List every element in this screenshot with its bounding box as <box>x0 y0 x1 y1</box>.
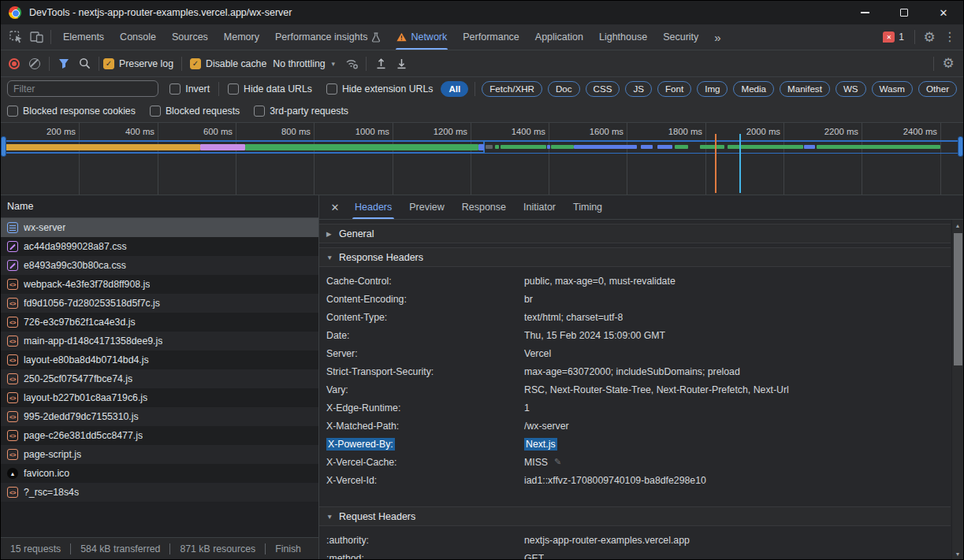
type-pill-manifest[interactable]: Manifest <box>780 81 830 97</box>
header-value: /wx-server <box>524 421 569 432</box>
section-header-general[interactable]: ▶General <box>319 224 951 243</box>
close-details-icon[interactable]: ✕ <box>324 195 346 219</box>
request-row-webpack-4e3fe3f78d8ff908-js[interactable]: <>webpack-4e3fe3f78d8ff908.js <box>1 275 318 294</box>
hide-extension-urls-checkbox[interactable]: Hide extension URLs <box>326 83 434 95</box>
preserve-log-checkbox[interactable]: ✓ Preserve log <box>103 58 173 69</box>
edit-pencil-icon[interactable]: ✎ <box>554 457 561 467</box>
type-pill-doc[interactable]: Doc <box>548 81 580 97</box>
third-party-requests-checkbox[interactable]: 3rd-party requests <box>254 106 348 117</box>
main-tabs: ElementsConsoleSourcesMemoryPerformance … <box>55 24 706 50</box>
divider <box>70 543 71 554</box>
disable-cache-checkbox[interactable]: ✓ Disable cache <box>190 58 266 69</box>
settings-gear-icon[interactable]: ⚙ <box>919 27 940 47</box>
detail-tab-headers[interactable]: Headers <box>346 195 400 219</box>
filter-input[interactable] <box>7 80 158 97</box>
network-settings-gear-icon[interactable]: ⚙ <box>938 54 958 74</box>
request-row-wx-server[interactable]: wx-server <box>1 218 318 237</box>
section-header-response-headers[interactable]: ▼Response Headers <box>319 247 951 267</box>
tab-label: Performance <box>463 32 519 43</box>
header-key: X-Edge-Runtime: <box>326 402 400 414</box>
details-scrollbar[interactable]: ▲ ▼ <box>951 220 963 559</box>
type-pill-css[interactable]: CSS <box>586 81 620 97</box>
request-row-ac44da9899028a87-css[interactable]: ac44da9899028a87.css <box>1 237 318 256</box>
timeline-tick-label: 1800 ms <box>642 127 702 136</box>
scrollbar-down-icon[interactable]: ▼ <box>952 548 963 559</box>
requests-pane: Name wx-serverac44da9899028a87.csse8493a… <box>1 195 319 559</box>
tab-performance[interactable]: Performance <box>455 24 527 50</box>
request-row-fd9d1056-7d280253518d5f7c-js[interactable]: <>fd9d1056-7d280253518d5f7c.js <box>1 294 318 313</box>
blocked-requests-checkbox[interactable]: Blocked requests <box>150 106 240 117</box>
error-badge-icon[interactable]: ✕ <box>883 32 895 43</box>
more-tabs-button[interactable]: » <box>706 27 728 47</box>
request-row-e8493a99c30b80ca-css[interactable]: e8493a99c30b80ca.css <box>1 256 318 275</box>
request-row-726-e3c97b62f1ca4e3d-js[interactable]: <>726-e3c97b62f1ca4e3d.js <box>1 313 318 332</box>
search-icon[interactable] <box>74 54 95 74</box>
throttling-select[interactable]: No throttling ▾ <box>273 58 335 69</box>
request-row-rsc-18s4s[interactable]: <>?_rsc=18s4s <box>1 483 318 502</box>
hide-data-urls-checkbox[interactable]: Hide data URLs <box>228 83 312 95</box>
type-pill-img[interactable]: Img <box>697 81 728 97</box>
detail-tab-response[interactable]: Response <box>453 195 515 219</box>
section-header-request-headers[interactable]: ▼Request Headers <box>319 506 951 526</box>
request-row-995-2dedd79dc7155310-js[interactable]: <>995-2dedd79dc7155310.js <box>1 407 318 426</box>
network-overview-timeline[interactable]: 200 ms400 ms600 ms800 ms1000 ms1200 ms14… <box>1 123 963 195</box>
invert-checkbox[interactable]: Invert <box>169 83 210 95</box>
tab-elements[interactable]: Elements <box>55 24 112 50</box>
request-row-layout-e80ba8d4b0714bd4-js[interactable]: <>layout-e80ba8d4b0714bd4.js <box>1 350 318 369</box>
type-pill-font[interactable]: Font <box>657 81 691 97</box>
header-row-date: Date:Thu, 15 Feb 2024 15:09:00 GMT <box>319 326 951 344</box>
request-name: webpack-4e3fe3f78d8ff908.js <box>24 279 150 290</box>
name-column-header[interactable]: Name <box>1 195 318 218</box>
tab-application[interactable]: Application <box>527 24 591 50</box>
type-pill-js[interactable]: JS <box>625 81 652 97</box>
inspect-element-icon[interactable] <box>6 27 26 47</box>
device-toolbar-icon[interactable] <box>26 27 47 47</box>
header-row-server: Server:Vercel <box>319 344 951 362</box>
kebab-menu-icon[interactable]: ⋮ <box>940 27 960 47</box>
overview-right-grip[interactable] <box>958 136 963 157</box>
tab-network[interactable]: Network <box>389 24 455 50</box>
tab-console[interactable]: Console <box>112 24 164 50</box>
tab-lighthouse[interactable]: Lighthouse <box>591 24 655 50</box>
filter-funnel-icon[interactable] <box>54 54 74 74</box>
header-key: :authority: <box>326 535 369 546</box>
detail-tab-timing[interactable]: Timing <box>564 195 611 219</box>
script-icon: <> <box>7 317 18 328</box>
clear-network-log-button[interactable] <box>29 58 40 69</box>
overview-left-grip[interactable] <box>1 136 6 157</box>
request-row-favicon-ico[interactable]: ▲favicon.ico <box>1 464 318 483</box>
request-row-250-25cf075477fbce74-js[interactable]: <>250-25cf075477fbce74.js <box>1 369 318 388</box>
tab-memory[interactable]: Memory <box>216 24 267 50</box>
type-pill-all[interactable]: All <box>441 81 468 97</box>
minimize-button[interactable] <box>845 1 884 24</box>
request-row-page-script-js[interactable]: <>page-script.js <box>1 445 318 464</box>
blocked-response-cookies-checkbox[interactable]: Blocked response cookies <box>7 106 136 117</box>
close-button[interactable]: ✕ <box>924 1 963 24</box>
request-row-main-app-d148c4171358dee9-js[interactable]: <>main-app-d148c4171358dee9.js <box>1 332 318 350</box>
import-har-icon[interactable] <box>370 54 391 74</box>
detail-tab-list: HeadersPreviewResponseInitiatorTiming <box>346 195 611 219</box>
type-pill-wasm[interactable]: Wasm <box>872 81 913 97</box>
tab-security[interactable]: Security <box>655 24 706 50</box>
timeline-tick-label: 2400 ms <box>877 127 937 136</box>
script-icon: <> <box>7 298 18 309</box>
scrollbar-thumb[interactable] <box>954 233 962 365</box>
type-pill-fetch-xhr[interactable]: Fetch/XHR <box>482 81 542 97</box>
tab-sources[interactable]: Sources <box>164 24 216 50</box>
waterfall-segment-blue <box>641 145 653 149</box>
record-network-log-button[interactable] <box>9 58 20 69</box>
detail-tab-preview[interactable]: Preview <box>400 195 452 219</box>
header-value: GET <box>524 553 544 560</box>
type-pill-other[interactable]: Other <box>918 81 957 97</box>
request-row-page-c26e381dd5cc8477-js[interactable]: <>page-c26e381dd5cc8477.js <box>1 426 318 445</box>
request-row-layout-b227b01c8aa719c6-js[interactable]: <>layout-b227b01c8aa719c6.js <box>1 388 318 407</box>
type-pill-ws[interactable]: WS <box>836 81 866 97</box>
maximize-button[interactable] <box>884 1 924 24</box>
network-conditions-icon[interactable] <box>341 54 362 74</box>
type-pill-media[interactable]: Media <box>733 81 774 97</box>
tab-performance-insights[interactable]: Performance insights <box>267 24 389 50</box>
export-har-icon[interactable] <box>391 54 411 74</box>
script-icon: <> <box>7 487 18 498</box>
scrollbar-up-icon[interactable]: ▲ <box>952 220 963 231</box>
detail-tab-initiator[interactable]: Initiator <box>515 195 564 219</box>
